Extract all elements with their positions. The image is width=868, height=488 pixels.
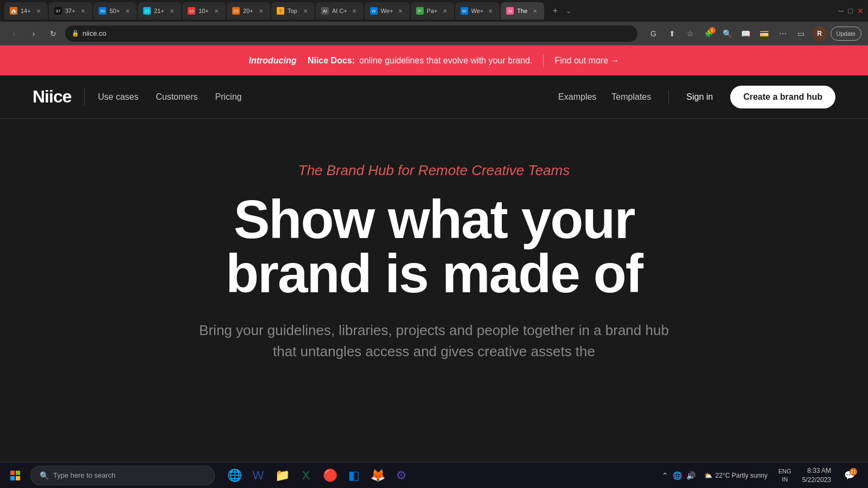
system-clock[interactable]: 8:33 AM 5/22/2023: [798, 466, 835, 485]
taskbar-tray: ⌃ 🌐 🔊: [662, 471, 695, 480]
nav-pricing[interactable]: Pricing: [215, 92, 242, 102]
nav-right-links: Examples Templates: [558, 92, 651, 102]
reader-mode-button[interactable]: 📖: [738, 26, 754, 41]
tab-close-9[interactable]: ✕: [397, 7, 404, 15]
taskbar: 🔍 Type here to search 🌐 W 📁 X 🔴 ◧ 🦊 ⚙ ⌃ …: [0, 462, 868, 488]
hero-tagline: The Brand Hub for Remote Creative Teams: [33, 162, 835, 179]
start-button[interactable]: [4, 465, 26, 486]
window-maximize-button[interactable]: □: [848, 7, 853, 15]
announcement-bar: Introducing Niice Docs: online guideline…: [0, 46, 868, 75]
site-logo[interactable]: Niice: [33, 87, 71, 107]
weather-text: 22°C Partly sunny: [716, 472, 768, 479]
new-tab-button[interactable]: +: [547, 3, 563, 18]
tab-bar: 🏠 14+ ✕ 37 37+ ✕ 50 50+ ✕ 21 21+ ✕ 10 10…: [0, 0, 868, 22]
tab-12-active[interactable]: N The ✕: [501, 2, 544, 20]
create-hub-button[interactable]: Create a brand hub: [730, 86, 835, 108]
tab-3[interactable]: 50 50+ ✕: [93, 2, 137, 20]
tab-6[interactable]: 20 20+ ✕: [227, 2, 270, 20]
tab-7[interactable]: T Top ✕: [271, 2, 315, 20]
profile-button[interactable]: R: [812, 26, 827, 41]
tab-title-4: 21+: [154, 8, 165, 14]
tab-favicon-7: T: [277, 7, 284, 15]
tab-title-11: We+: [471, 8, 484, 14]
tab-close-11[interactable]: ✕: [487, 7, 494, 15]
update-button[interactable]: Update: [831, 27, 861, 41]
tab-close-1[interactable]: ✕: [35, 7, 42, 15]
refresh-button[interactable]: ↻: [46, 26, 61, 41]
tab-4[interactable]: 21 21+ ✕: [138, 2, 181, 20]
nav-customers[interactable]: Customers: [156, 92, 197, 102]
taskbar-firefox-icon[interactable]: 🦊: [367, 465, 388, 486]
tab-favicon-9: W: [370, 7, 378, 15]
tab-favicon-8: AI: [321, 7, 329, 15]
taskbar-edge-icon[interactable]: 🌐: [224, 465, 245, 486]
taskbar-search[interactable]: 🔍 Type here to search: [30, 466, 215, 485]
taskbar-vscode-icon[interactable]: ◧: [343, 465, 365, 486]
tab-close-4[interactable]: ✕: [168, 7, 176, 15]
nav-templates[interactable]: Templates: [611, 92, 651, 102]
clock-date: 5/22/2023: [802, 476, 831, 485]
tab-5[interactable]: 10 10+ ✕: [182, 2, 226, 20]
tab-2[interactable]: 37 37+ ✕: [49, 2, 92, 20]
tab-9[interactable]: W We+ ✕: [365, 2, 410, 20]
tab-11[interactable]: W We+ ✕: [455, 2, 500, 20]
tab-title-3: 50+: [110, 8, 120, 14]
taskbar-word-icon[interactable]: W: [247, 465, 269, 486]
tab-close-6[interactable]: ✕: [257, 7, 265, 15]
tab-close-2[interactable]: ✕: [79, 7, 87, 15]
window-minimize-button[interactable]: ─: [839, 7, 844, 15]
url-bar[interactable]: 🔒 niice.co: [65, 25, 637, 42]
tab-favicon-3: 50: [99, 7, 106, 15]
hero-title: Show what your brand is made of: [33, 192, 835, 300]
tab-title-1: 14+: [21, 8, 31, 14]
sidebar-toggle[interactable]: ▭: [794, 26, 809, 41]
tray-volume-icon[interactable]: 🔊: [686, 471, 695, 480]
tab-favicon-10: P: [416, 7, 424, 15]
notification-center-button[interactable]: 💬 21: [840, 466, 859, 485]
taskbar-excel-icon[interactable]: X: [295, 465, 317, 486]
tab-close-8[interactable]: ✕: [350, 7, 358, 15]
tab-close-5[interactable]: ✕: [213, 7, 220, 15]
tab-1[interactable]: 🏠 14+ ✕: [4, 2, 48, 20]
tab-close-7[interactable]: ✕: [302, 7, 309, 15]
search-button[interactable]: 🔍: [720, 26, 735, 41]
taskbar-explorer-icon[interactable]: 📁: [271, 465, 293, 486]
taskbar-devtools-icon[interactable]: ⚙: [391, 465, 412, 486]
nav-use-cases[interactable]: Use cases: [98, 92, 138, 102]
bookmark-button[interactable]: ☆: [683, 26, 698, 41]
google-icon[interactable]: G: [646, 26, 661, 41]
tab-favicon-5: 10: [188, 7, 195, 15]
security-lock-icon: 🔒: [72, 30, 79, 37]
tab-title-9: We+: [381, 8, 393, 14]
tab-8[interactable]: AI AI C+ ✕: [316, 2, 363, 20]
weather-widget[interactable]: ⛅ 22°C Partly sunny: [700, 472, 772, 479]
language-indicator[interactable]: ENG IN: [776, 467, 794, 483]
browser-frame: 🏠 14+ ✕ 37 37+ ✕ 50 50+ ✕ 21 21+ ✕ 10 10…: [0, 0, 868, 395]
tray-network-icon[interactable]: 🌐: [673, 471, 682, 480]
forward-button[interactable]: ›: [26, 26, 41, 41]
tab-close-10[interactable]: ✕: [441, 7, 449, 15]
tab-close-3[interactable]: ✕: [124, 7, 131, 15]
wallet-button[interactable]: 💳: [757, 26, 772, 41]
more-tools-button[interactable]: ⋯: [775, 26, 790, 41]
tab-10[interactable]: P Pa+ ✕: [411, 2, 454, 20]
share-button[interactable]: ⬆: [665, 26, 680, 41]
tab-favicon-2: 37: [54, 7, 62, 15]
tab-favicon-12: N: [506, 7, 514, 15]
tray-chevron-icon[interactable]: ⌃: [662, 471, 668, 480]
tab-close-12[interactable]: ✕: [531, 7, 539, 15]
sign-in-button[interactable]: Sign in: [686, 92, 713, 102]
announcement-cta-link[interactable]: Find out more →: [554, 56, 619, 66]
hero-section: The Brand Hub for Remote Creative Teams …: [0, 119, 868, 395]
svg-rect-0: [10, 471, 15, 475]
back-button[interactable]: ‹: [7, 26, 22, 41]
nav-right: Examples Templates Sign in Create a bran…: [558, 86, 835, 108]
nav-examples[interactable]: Examples: [558, 92, 596, 102]
tab-title-2: 37+: [65, 8, 76, 14]
tab-overflow-button[interactable]: ⌄: [564, 7, 573, 15]
window-close-button[interactable]: ✕: [857, 7, 864, 15]
taskbar-chrome-icon[interactable]: 🔴: [319, 465, 341, 486]
tab-title-12: The: [517, 8, 528, 14]
browser-actions: G ⬆ ☆ 🧩 1 🔍 📖 💳 ⋯ ▭ R Update: [646, 26, 861, 41]
tab-favicon-11: W: [461, 7, 468, 15]
